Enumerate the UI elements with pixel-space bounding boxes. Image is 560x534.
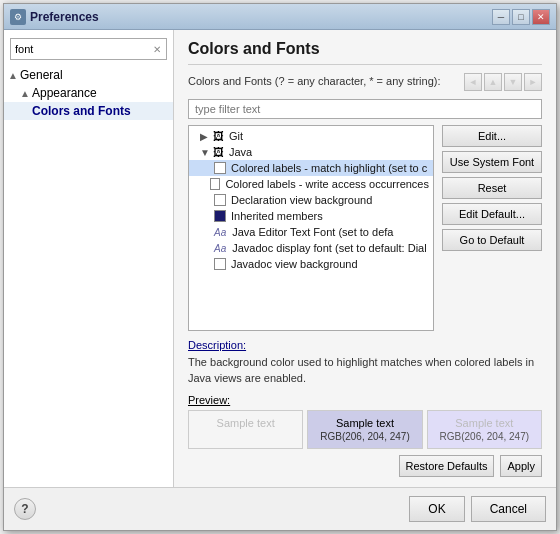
java-icon: 🖼 — [213, 146, 224, 158]
title-bar: ⚙ Preferences ─ □ ✕ — [4, 4, 556, 30]
sidebar-item-label: General — [20, 68, 63, 82]
nav-down-button[interactable]: ▼ — [504, 73, 522, 91]
toggle-icon: ▲ — [20, 88, 30, 99]
window-icon: ⚙ — [10, 9, 26, 25]
sidebar-item-label: Colors and Fonts — [32, 104, 131, 118]
sidebar-item-appearance[interactable]: ▲ Appearance — [4, 84, 173, 102]
toggle-icon: ▶ — [200, 131, 210, 142]
restore-apply-row: Restore Defaults Apply — [188, 455, 542, 477]
minimize-button[interactable]: ─ — [492, 9, 510, 25]
sidebar-item-general[interactable]: ▲ General — [4, 66, 173, 84]
panel-subtitle: Colors and Fonts (? = any character, * =… — [188, 75, 441, 87]
window-title: Preferences — [30, 10, 99, 24]
preview-cell-rgb: RGB(206, 204, 247) — [432, 431, 537, 442]
preview-cell-text: Sample text — [193, 417, 298, 429]
edit-button[interactable]: Edit... — [442, 125, 542, 147]
panel-title: Colors and Fonts — [188, 40, 542, 65]
bottom-left: ? — [14, 498, 36, 520]
description-area: Description: The background color used t… — [188, 339, 542, 386]
preview-cell-1: Sample text — [188, 410, 303, 449]
checkbox-icon — [214, 194, 226, 206]
edit-default-button[interactable]: Edit Default... — [442, 203, 542, 225]
close-button[interactable]: ✕ — [532, 9, 550, 25]
description-label: Description: — [188, 339, 542, 351]
pref-tree: ▶ 🖼 Git ▼ 🖼 Java — [189, 126, 433, 274]
content-area: ✕ ▲ General ▲ Appearance Colors and Font… — [4, 30, 556, 487]
pref-tree-item-git[interactable]: ▶ 🖼 Git — [189, 128, 433, 144]
toggle-icon: ▲ — [8, 70, 18, 81]
preview-cell-3: Sample text RGB(206, 204, 247) — [427, 410, 542, 449]
right-buttons: Edit... Use System Font Reset Edit Defau… — [442, 125, 542, 331]
pref-item-label: Java Editor Text Font (set to defa — [232, 226, 393, 238]
use-system-font-button[interactable]: Use System Font — [442, 151, 542, 173]
description-text: The background color used to highlight m… — [188, 355, 542, 386]
search-box[interactable]: ✕ — [10, 38, 167, 60]
pref-item-label: Javadoc display font (set to default: Di… — [232, 242, 426, 254]
bottom-bar: ? OK Cancel — [4, 487, 556, 530]
title-bar-left: ⚙ Preferences — [10, 9, 99, 25]
pref-tree-item-inherited[interactable]: Inherited members — [189, 208, 433, 224]
cancel-button[interactable]: Cancel — [471, 496, 546, 522]
pref-item-label: Javadoc view background — [231, 258, 358, 270]
pref-item-label: Java — [229, 146, 252, 158]
preview-cell-2: Sample text RGB(206, 204, 247) — [307, 410, 422, 449]
ok-button[interactable]: OK — [409, 496, 464, 522]
title-bar-buttons: ─ □ ✕ — [492, 9, 550, 25]
main-panel: Colors and Fonts Colors and Fonts (? = a… — [174, 30, 556, 487]
pref-tree-item-java[interactable]: ▼ 🖼 Java — [189, 144, 433, 160]
pref-tree-item-javadoc-bg[interactable]: Javadoc view background — [189, 256, 433, 272]
pref-tree-item-colored-write[interactable]: Colored labels - write access occurrence… — [189, 176, 433, 192]
help-button[interactable]: ? — [14, 498, 36, 520]
nav-forward-button[interactable]: ► — [524, 73, 542, 91]
nav-up-button[interactable]: ▲ — [484, 73, 502, 91]
preview-cell-rgb: RGB(206, 204, 247) — [312, 431, 417, 442]
sidebar-item-colors-fonts[interactable]: Colors and Fonts — [4, 102, 173, 120]
go-to-default-button[interactable]: Go to Default — [442, 229, 542, 251]
sidebar: ✕ ▲ General ▲ Appearance Colors and Font… — [4, 30, 174, 487]
pref-item-label: Git — [229, 130, 243, 142]
maximize-button[interactable]: □ — [512, 9, 530, 25]
checkbox-icon — [214, 162, 226, 174]
nav-back-button[interactable]: ◄ — [464, 73, 482, 91]
preview-cell-text: Sample text — [312, 417, 417, 429]
preview-row: Sample text Sample text RGB(206, 204, 24… — [188, 410, 542, 449]
checkbox-icon — [214, 258, 226, 270]
toggle-icon: ▼ — [200, 147, 210, 158]
pref-tree-container[interactable]: ▶ 🖼 Git ▼ 🖼 Java — [188, 125, 434, 331]
sidebar-tree: ▲ General ▲ Appearance Colors and Fonts — [4, 64, 173, 122]
bottom-right: OK Cancel — [409, 496, 546, 522]
pref-tree-item-declaration[interactable]: Declaration view background — [189, 192, 433, 208]
preview-label: Preview: — [188, 394, 542, 406]
pref-item-label: Colored labels - write access occurrence… — [225, 178, 429, 190]
aa-font-icon: Aa — [214, 243, 226, 254]
pref-tree-item-colored-match[interactable]: Colored labels - match highlight (set to… — [189, 160, 433, 176]
pref-item-label: Colored labels - match highlight (set to… — [231, 162, 427, 174]
reset-button[interactable]: Reset — [442, 177, 542, 199]
pref-item-label: Declaration view background — [231, 194, 372, 206]
pref-item-label: Inherited members — [231, 210, 323, 222]
preview-area: Preview: Sample text Sample text RGB(206… — [188, 394, 542, 449]
git-icon: 🖼 — [213, 130, 224, 142]
aa-font-icon: Aa — [214, 227, 226, 238]
checkbox-icon — [210, 178, 220, 190]
apply-button[interactable]: Apply — [500, 455, 542, 477]
pref-tree-item-java-editor-font[interactable]: Aa Java Editor Text Font (set to defa — [189, 224, 433, 240]
nav-arrows: ◄ ▲ ▼ ► — [464, 73, 542, 91]
pref-tree-item-javadoc-font[interactable]: Aa Javadoc display font (set to default:… — [189, 240, 433, 256]
search-clear-button[interactable]: ✕ — [150, 41, 164, 57]
restore-defaults-button[interactable]: Restore Defaults — [399, 455, 495, 477]
tree-and-buttons: ▶ 🖼 Git ▼ 🖼 Java — [188, 125, 542, 331]
sidebar-item-label: Appearance — [32, 86, 97, 100]
preview-cell-text: Sample text — [432, 417, 537, 429]
sidebar-search-input[interactable] — [11, 43, 150, 55]
preferences-window: ⚙ Preferences ─ □ ✕ ✕ ▲ General ▲ Ap — [3, 3, 557, 531]
checkbox-filled-icon — [214, 210, 226, 222]
filter-input[interactable] — [188, 99, 542, 119]
